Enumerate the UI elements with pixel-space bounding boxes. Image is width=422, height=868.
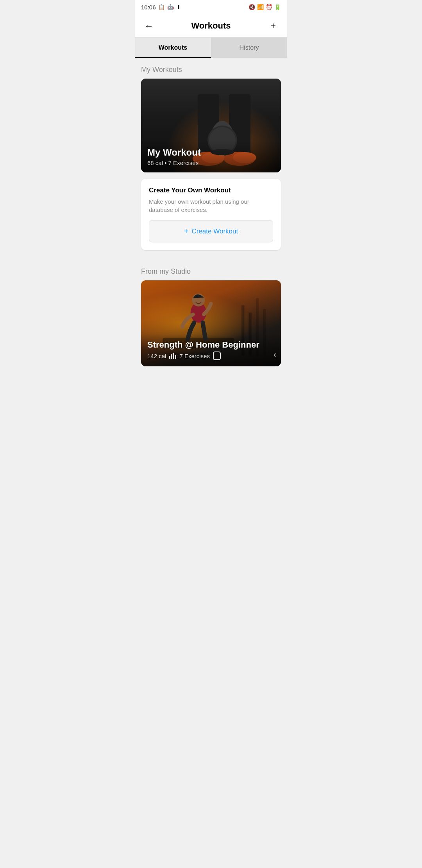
studio-prev-button[interactable]: ‹ (274, 350, 276, 360)
studio-calories: 142 cal (147, 353, 166, 359)
watch-icon (213, 352, 221, 360)
create-card-title: Create Your Own Workout (149, 187, 273, 194)
mute-icon: 🔇 (249, 4, 255, 10)
create-plus-icon: + (184, 227, 189, 236)
my-workout-meta: 68 cal • 7 Exercises (147, 160, 275, 166)
back-arrow-icon: ← (144, 20, 154, 31)
app-title: Workouts (191, 21, 231, 31)
my-workout-title: My Workout (147, 147, 275, 158)
studio-card-info: Strength @ Home Beginner 142 cal 7 Exerc… (141, 334, 281, 366)
studio-exercises: 7 Exercises (179, 353, 210, 359)
my-workout-info: My Workout 68 cal • 7 Exercises (141, 141, 281, 172)
add-button[interactable]: + (265, 18, 281, 34)
add-icon: + (270, 20, 276, 31)
tab-history-label: History (240, 44, 259, 51)
my-workouts-header: My Workouts (135, 58, 287, 79)
tab-history[interactable]: History (211, 38, 287, 58)
tabs-container: Workouts History (135, 38, 287, 58)
create-workout-button[interactable]: + Create Workout (149, 220, 273, 242)
tab-workouts-label: Workouts (159, 44, 187, 51)
android-icon: 🤖 (167, 4, 174, 10)
bar-chart-icon (169, 353, 176, 359)
studio-card-meta: 142 cal 7 Exercises (147, 352, 275, 360)
status-bar: 10:06 📋 🤖 ⬇ 🔇 📶 ⏰ 🔋 (135, 0, 287, 14)
studio-card-title: Strength @ Home Beginner (147, 340, 275, 350)
download-icon: ⬇ (176, 4, 181, 10)
create-workout-card: Create Your Own Workout Make your own wo… (141, 179, 281, 250)
tab-workouts[interactable]: Workouts (135, 38, 211, 58)
clipboard-icon: 📋 (158, 4, 165, 10)
status-left: 10:06 📋 🤖 ⬇ (141, 4, 181, 11)
back-button[interactable]: ← (141, 18, 157, 34)
app-bar: ← Workouts + (135, 14, 287, 38)
my-workout-card[interactable]: My Workout 68 cal • 7 Exercises (141, 79, 281, 172)
status-right-icons: 🔇 📶 ⏰ 🔋 (249, 4, 281, 10)
status-time: 10:06 (141, 4, 156, 11)
studio-section-header: From my Studio (135, 260, 287, 280)
create-workout-label: Create Workout (191, 228, 238, 235)
battery-icon: 🔋 (274, 4, 281, 10)
wifi-icon: 📶 (257, 4, 264, 10)
create-card-description: Make your own workout plan using our dat… (149, 197, 273, 214)
studio-workout-card[interactable]: Strength @ Home Beginner 142 cal 7 Exerc… (141, 280, 281, 366)
main-content: My Workouts (135, 58, 287, 366)
alarm-icon: ⏰ (266, 4, 272, 10)
